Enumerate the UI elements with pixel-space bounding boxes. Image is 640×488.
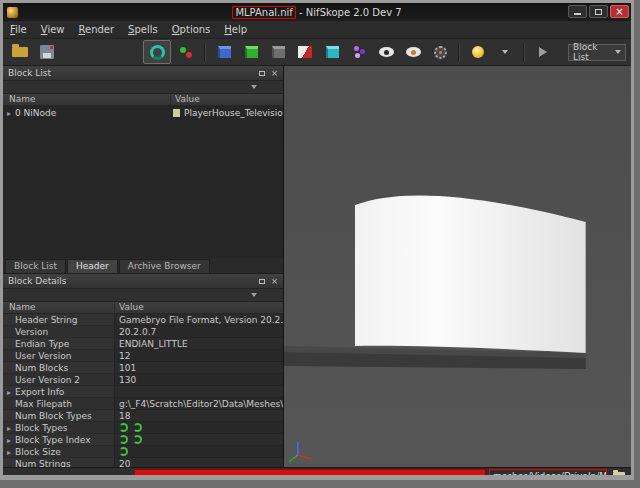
- detail-name: Block Types: [15, 423, 68, 433]
- lighting-button[interactable]: [466, 41, 490, 63]
- expand-arrow-icon[interactable]: [3, 447, 15, 457]
- markers-icon: [179, 45, 193, 59]
- detail-value: 12: [119, 351, 130, 361]
- visibility-button[interactable]: [374, 41, 398, 63]
- chevron-down-icon: [615, 50, 621, 54]
- open-file-button[interactable]: [8, 41, 32, 63]
- menu-help[interactable]: Help: [217, 21, 254, 38]
- play-icon: [539, 47, 547, 57]
- animation-play-button[interactable]: [531, 41, 555, 63]
- detail-name: Block Type Index: [15, 435, 91, 445]
- main-area: Block List Name Value: [3, 66, 631, 467]
- viewport-3d[interactable]: [284, 66, 631, 467]
- save-file-button[interactable]: [35, 41, 59, 63]
- dock-title-label: Block Details: [8, 276, 66, 286]
- tab-block-list[interactable]: Block List: [5, 259, 66, 273]
- block-details-dock-title: Block Details: [3, 274, 283, 289]
- array-refresh-icon[interactable]: [119, 447, 128, 456]
- table-row[interactable]: Num Strings 20: [3, 458, 283, 467]
- green-cube-button[interactable]: [239, 41, 263, 63]
- table-row[interactable]: Header String Gamebryo File Format, Vers…: [3, 314, 283, 326]
- minimize-button[interactable]: [568, 5, 587, 18]
- array-refresh-icon[interactable]: [119, 423, 128, 432]
- particles-button[interactable]: [347, 41, 371, 63]
- markers-toggle-button[interactable]: [174, 41, 198, 63]
- column-header-name[interactable]: Name: [3, 302, 115, 313]
- block-list-dock: Block List Name Value: [3, 66, 283, 258]
- browse-folder-button[interactable]: [610, 469, 628, 481]
- dock-close-button[interactable]: [269, 68, 280, 78]
- expand-arrow-icon[interactable]: [3, 423, 15, 433]
- tab-header[interactable]: Header: [67, 259, 118, 273]
- dock-title-label: Block List: [8, 68, 51, 78]
- block-details-header-menu: [3, 289, 283, 302]
- array-refresh-icon[interactable]: [133, 423, 142, 432]
- normals-button[interactable]: [293, 41, 317, 63]
- expand-arrow-icon[interactable]: [3, 387, 15, 397]
- nifskope-window: MLPAnal.nif - NifSkope 2.0 Dev 7 File Vi…: [0, 0, 634, 480]
- close-button[interactable]: [610, 5, 629, 18]
- array-refresh-icon[interactable]: [119, 435, 128, 444]
- chevron-down-icon[interactable]: [251, 293, 257, 297]
- menu-file[interactable]: File: [3, 21, 34, 38]
- orbit-sphere-icon: [150, 45, 165, 60]
- cube-gray-icon: [272, 46, 285, 58]
- block-list-column-headers: Name Value: [3, 94, 283, 106]
- table-row[interactable]: Num Block Types 18: [3, 410, 283, 422]
- expand-arrow-icon[interactable]: [3, 435, 15, 445]
- table-row[interactable]: Num Blocks 101: [3, 362, 283, 374]
- table-row[interactable]: Version 20.2.0.7: [3, 326, 283, 338]
- tree-row-ninode[interactable]: 0 NiNode PlayerHouse_Television0...: [3, 106, 283, 119]
- maximize-button[interactable]: [589, 5, 608, 18]
- column-header-value[interactable]: Value: [171, 94, 283, 105]
- detail-value: 20.2.0.7: [119, 327, 156, 337]
- array-refresh-icon[interactable]: [133, 435, 142, 444]
- left-dock-column: Block List Name Value: [3, 66, 284, 467]
- statusbar: meshes/Videos/DriveIn/MLPAnal.nif: [3, 467, 631, 480]
- column-header-value[interactable]: Value: [115, 302, 283, 313]
- node-name: 0 NiNode: [15, 108, 56, 118]
- block-list-selector[interactable]: Block List: [568, 44, 626, 61]
- menu-render[interactable]: Render: [71, 21, 121, 38]
- dock-close-button[interactable]: [269, 276, 280, 286]
- gear-icon: [434, 46, 447, 59]
- gray-cube-button[interactable]: [266, 41, 290, 63]
- detail-name: Header String: [15, 315, 78, 325]
- floppy-icon: [40, 45, 54, 59]
- highlight-button[interactable]: [401, 41, 425, 63]
- table-row[interactable]: User Version 2 130: [3, 374, 283, 386]
- detail-value: 130: [119, 375, 136, 385]
- table-row[interactable]: Block Type Index: [3, 434, 283, 446]
- menu-options[interactable]: Options: [165, 21, 218, 38]
- folder-icon: [12, 47, 28, 57]
- cyan-cube-button[interactable]: [320, 41, 344, 63]
- blue-cube-button[interactable]: [212, 41, 236, 63]
- node-type-icon: [173, 109, 180, 117]
- toolbar: Block List: [3, 39, 631, 66]
- titlebar[interactable]: MLPAnal.nif - NifSkope 2.0 Dev 7: [3, 3, 631, 21]
- expand-arrow-icon[interactable]: [3, 108, 15, 118]
- orbit-view-button[interactable]: [143, 40, 171, 64]
- settings-button[interactable]: [428, 41, 452, 63]
- tab-archive-browser[interactable]: Archive Browser: [119, 259, 210, 273]
- table-row[interactable]: Max Filepath g:\_F4\Scratch\Editor2\Data…: [3, 398, 283, 410]
- table-row[interactable]: Export Info: [3, 386, 283, 398]
- chevron-down-icon[interactable]: [251, 85, 257, 89]
- table-row[interactable]: Endian Type ENDIAN_LITTLE: [3, 338, 283, 350]
- detail-name: User Version: [15, 351, 71, 361]
- table-row[interactable]: User Version 12: [3, 350, 283, 362]
- detail-name: Num Block Types: [15, 411, 92, 421]
- cube-green-icon: [245, 46, 258, 58]
- viewport-scene: [284, 66, 631, 467]
- float-icon: [259, 279, 265, 284]
- table-row[interactable]: Block Size: [3, 446, 283, 458]
- column-header-name[interactable]: Name: [3, 94, 171, 105]
- title-filename-annotation: MLPAnal.nif: [232, 6, 296, 19]
- dock-float-button[interactable]: [256, 68, 267, 78]
- menu-view[interactable]: View: [34, 21, 72, 38]
- dock-float-button[interactable]: [256, 276, 267, 286]
- table-row[interactable]: Block Types: [3, 422, 283, 434]
- lighting-dropdown[interactable]: [493, 41, 517, 63]
- float-icon: [259, 71, 265, 76]
- menu-spells[interactable]: Spells: [121, 21, 165, 38]
